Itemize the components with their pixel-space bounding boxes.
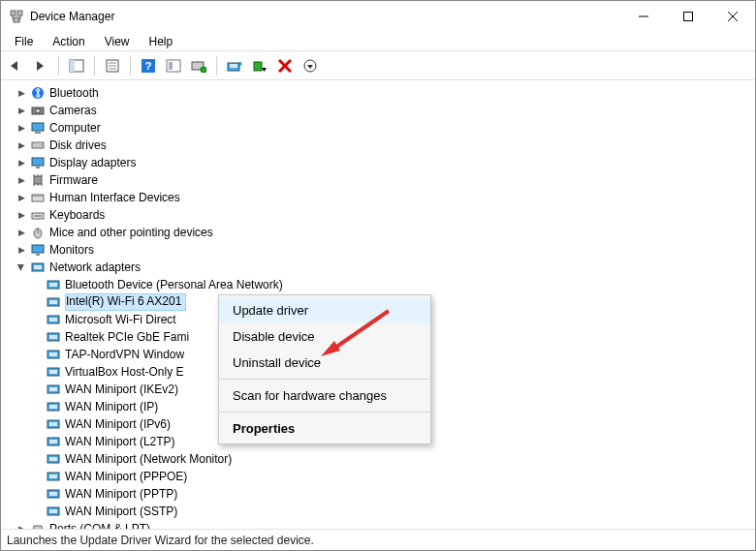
svg-rect-66 [49,370,57,374]
menu-file[interactable]: File [5,33,43,50]
chevron-right-icon[interactable]: ▶ [15,524,28,529]
tree-label: WAN Miniport (Network Monitor) [65,452,232,466]
forward-button[interactable] [30,55,51,77]
svg-rect-1 [17,11,22,15]
svg-rect-58 [49,300,57,304]
network-adapter-icon [46,434,61,449]
network-adapter-icon [46,416,61,432]
tree-item-net-child[interactable]: WAN Miniport (Network Monitor) [44,450,755,468]
uninstall-device-icon[interactable] [274,55,296,77]
chevron-right-icon[interactable]: ▶ [15,210,28,220]
app-icon [9,9,24,24]
tree-item-monitors[interactable]: ▶Monitors [15,241,755,259]
mouse-icon [30,225,46,240]
tree-label: WAN Miniport (PPTP) [65,487,177,501]
ctx-scan-hardware[interactable]: Scan for hardware changes [219,383,430,409]
chevron-right-icon[interactable]: ▶ [15,123,28,133]
maximize-button[interactable] [666,1,710,32]
status-text: Launches the Update Driver Wizard for th… [7,534,314,547]
tree-item-net-child[interactable]: Bluetooth Device (Personal Area Network) [44,276,755,293]
scan-hardware-icon[interactable] [188,55,209,77]
back-button[interactable] [5,55,26,77]
ctx-separator [219,412,430,413]
tree-label: WAN Miniport (IP) [65,400,158,413]
tree-item-net-child[interactable]: WAN Miniport (PPPOE) [44,468,755,485]
svg-rect-24 [230,64,237,68]
tree-label: WAN Miniport (PPPOE) [65,470,187,483]
more-actions-icon[interactable] [299,55,321,77]
tree-label: Keyboards [49,208,105,222]
chevron-right-icon[interactable]: ▶ [15,228,28,237]
chevron-right-icon[interactable]: ▶ [15,88,28,98]
update-driver-icon[interactable] [224,55,245,77]
menu-action[interactable]: Action [43,33,94,50]
tree-item-firmware[interactable]: ▶Firmware [15,171,755,189]
display-icon [30,155,46,170]
menu-view[interactable]: View [95,33,140,50]
chevron-down-icon[interactable]: ▶ [16,260,26,274]
tree-item-net-child[interactable]: WAN Miniport (PPTP) [44,485,755,503]
monitor-icon [30,242,46,258]
chevron-right-icon[interactable]: ▶ [15,245,28,255]
tree-item-disk-drives[interactable]: ▶Disk drives [15,137,755,154]
window-title: Device Manager [30,10,621,23]
network-adapter-icon [46,469,61,484]
chevron-right-icon[interactable]: ▶ [15,193,28,202]
tree-label: Realtek PCIe GbE Fami [65,330,189,344]
hid-icon [30,190,46,205]
svg-rect-60 [49,318,57,321]
svg-rect-8 [684,13,693,21]
bluetooth-icon [30,85,46,101]
ctx-update-driver[interactable]: Update driver [219,297,430,323]
minimize-button[interactable] [621,1,666,32]
ctx-properties[interactable]: Properties [219,415,430,442]
statusbar: Launches the Update Driver Wizard for th… [1,529,755,550]
svg-rect-78 [49,474,57,478]
menu-help[interactable]: Help [140,33,183,50]
tree-label: WAN Miniport (L2TP) [65,435,175,448]
chevron-right-icon[interactable]: ▶ [15,175,28,185]
tree-item-display-adapters[interactable]: ▶Display adapters [15,154,755,171]
tree-item-network-adapters[interactable]: ▶Network adapters [15,259,755,276]
svg-rect-62 [49,335,57,339]
ctx-separator [219,379,430,380]
svg-rect-37 [36,167,40,168]
tree-item-hid[interactable]: ▶Human Interface Devices [15,189,755,206]
svg-point-35 [41,144,43,146]
toolbar: ? [1,51,755,80]
tree-item-cameras[interactable]: ▶Cameras [15,102,755,119]
help-icon[interactable]: ? [138,55,159,77]
svg-rect-51 [32,245,44,253]
show-hide-console-tree-icon[interactable] [66,55,87,77]
tree-item-keyboards[interactable]: ▶Keyboards [15,206,755,224]
svg-rect-32 [32,123,44,131]
svg-rect-54 [34,265,42,269]
tree-label: WAN Miniport (SSTP) [65,505,177,518]
close-button[interactable] [710,1,755,32]
svg-point-22 [201,67,206,73]
keyboard-icon [30,207,46,223]
ctx-disable-device[interactable]: Disable device [219,323,430,350]
action-icon[interactable] [163,55,184,77]
tree-label: Cameras [49,104,97,117]
network-adapter-icon [46,486,61,502]
svg-rect-64 [49,352,57,356]
svg-rect-48 [34,215,42,217]
context-menu: Update driver Disable device Uninstall d… [218,294,431,444]
network-adapter-icon [46,294,61,310]
ctx-uninstall-device[interactable]: Uninstall device [219,350,430,376]
tree-item-bluetooth[interactable]: ▶Bluetooth [15,84,755,102]
chevron-right-icon[interactable]: ▶ [15,140,28,150]
tree-item-ports[interactable]: ▶Ports (COM & LPT) [15,520,755,529]
disable-device-icon[interactable] [249,55,270,77]
chevron-right-icon[interactable]: ▶ [15,106,28,115]
svg-rect-36 [32,158,44,166]
tree-label: Bluetooth Device (Personal Area Network) [65,278,283,291]
svg-rect-25 [254,62,262,71]
tree-item-computer[interactable]: ▶Computer [15,119,755,137]
tree-item-net-child[interactable]: WAN Miniport (SSTP) [44,503,755,520]
chevron-right-icon[interactable]: ▶ [15,158,28,168]
tree-item-mice[interactable]: ▶Mice and other pointing devices [15,224,755,241]
tree-label: Firmware [49,173,98,187]
properties-icon[interactable] [102,55,123,77]
